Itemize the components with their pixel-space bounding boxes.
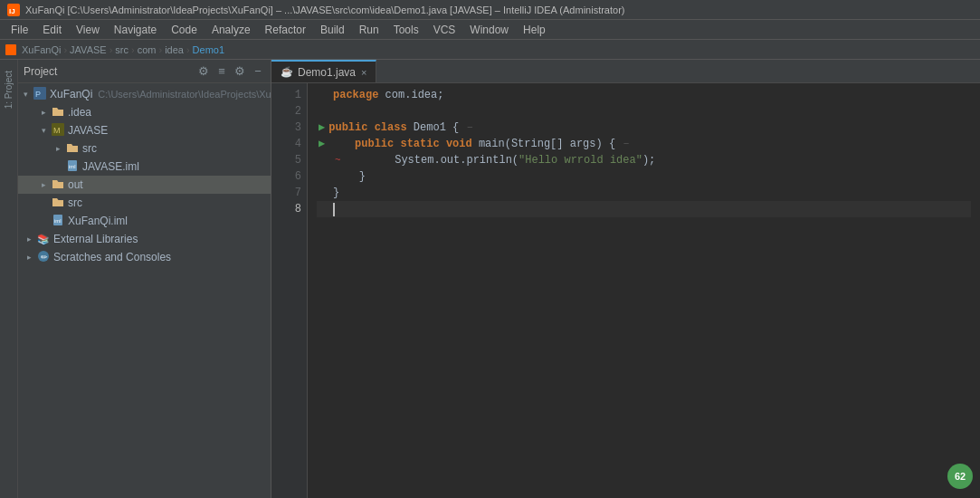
breadcrumb-item-demo1[interactable]: Demo1 [193,44,224,55]
editor-content: 12345678 package com.idea;▶public class … [271,83,980,498]
run-gutter-button-3[interactable]: ▶ [319,120,325,136]
tree-expand-arrow[interactable]: ▾ [36,126,51,135]
menu-navigate[interactable]: Navigate [107,20,164,39]
menu-tools[interactable]: Tools [386,20,426,39]
menu-window[interactable]: Window [462,20,516,39]
tree-expand-arrow[interactable]: ▸ [36,108,51,117]
breadcrumb-item-xufanqi[interactable]: XuFanQi [22,44,61,55]
code-line-4: ▶ public static void main(String[] args)… [317,136,971,152]
breadcrumb-project-icon [5,43,18,56]
tree-node-label: XuFanQi [50,88,92,101]
tree-node-label: JAVASE.iml [82,160,139,173]
code-token: package [333,87,378,103]
project-stripe-label[interactable]: 1: Project [4,71,14,109]
left-stripe: 1: Project [0,60,18,498]
menu-help[interactable]: Help [516,20,553,39]
code-token: } [333,185,339,201]
breadcrumb-item-com[interactable]: com [138,44,157,55]
code-token: } [333,168,366,185]
tree-node-icon [51,196,65,211]
line-number-2: 2 [277,103,301,120]
sidebar-title: Project [24,65,57,78]
code-token: .println( [460,152,519,168]
tree-node-icon: P [33,87,47,102]
svg-text:P: P [35,90,41,99]
menu-view[interactable]: View [69,20,107,39]
fold-icon-4[interactable]: − [617,136,629,152]
tree-item-src-folder2[interactable]: src [18,194,271,212]
menu-refactor[interactable]: Refactor [258,20,313,39]
svg-text:M: M [53,126,61,135]
code-token: public [328,120,367,136]
code-token: com.idea; [378,87,443,103]
line-number-7: 7 [277,185,301,201]
line-number-8: 8 [277,201,301,217]
tree-item-javase-folder[interactable]: ▾MJAVASE [18,121,271,139]
tree-node-label: XuFanQi.iml [68,215,128,227]
fold-icon-3[interactable]: − [461,120,472,136]
line-number-1: 1 [277,87,301,103]
code-token [394,136,400,152]
tab-close-button[interactable]: × [361,67,366,78]
code-token: System. [343,152,441,168]
badge-label: 62 [955,471,966,482]
code-line-1: package com.idea; [317,87,971,103]
title-bar: IJ XuFanQi [C:\Users\Administrator\IdeaP… [0,0,980,20]
menu-code[interactable]: Code [164,20,205,39]
tree-item-out-folder[interactable]: ▸out [18,176,271,194]
tree-expand-arrow[interactable]: ▸ [36,180,51,189]
code-token: Demo1 { [407,120,460,136]
tree-expand-arrow[interactable]: ▾ [18,90,33,99]
breadcrumb-separator: › [63,44,67,55]
sidebar-tree: ▾PXuFanQiC:\Users\Administrator\IdeaProj… [18,83,271,498]
breadcrumb-separator: › [131,44,135,55]
menu-bar: FileEditViewNavigateCodeAnalyzeRefactorB… [0,20,980,40]
tree-item-xuFanQi-iml[interactable]: imlXuFanQi.iml [18,212,271,230]
breadcrumb-separator: › [158,44,162,55]
menu-analyze[interactable]: Analyze [205,20,258,39]
bottom-badge[interactable]: 62 [947,464,973,489]
tree-item-xuFanQi-root[interactable]: ▾PXuFanQiC:\Users\Administrator\IdeaProj… [18,85,271,103]
breadcrumb-separator: › [186,44,190,55]
line-number-3: 3 [277,120,301,136]
collapse-icon[interactable]: ≡ [214,64,229,79]
code-token [367,120,374,136]
menu-build[interactable]: Build [313,20,352,39]
svg-text:IJ: IJ [9,7,15,15]
tree-item-src-folder[interactable]: ▸src [18,139,271,158]
line-numbers: 12345678 [271,83,308,498]
tree-item-javase-iml[interactable]: imlJAVASE.iml [18,158,271,176]
close-sidebar-icon[interactable]: − [251,64,265,79]
menu-vcs[interactable]: VCS [426,20,463,39]
tree-node-icon: iml [51,214,65,229]
tree-node-secondary: C:\Users\Administrator\IdeaProjects\XuF [98,89,271,100]
sync-icon[interactable]: ⚙ [196,64,211,79]
main-layout: 1: Project Project ⚙ ≡ ⚙ − ▾PXuFanQiC:\U… [0,60,980,498]
editor-tab-demo1[interactable]: ☕ Demo1.java × [271,60,376,82]
tree-node-label: src [82,142,97,155]
tree-expand-arrow[interactable]: ▸ [51,144,65,153]
tree-expand-arrow[interactable]: ▸ [22,235,36,244]
breadcrumb-item-idea[interactable]: idea [165,44,184,55]
text-cursor [333,203,335,216]
breadcrumb-bar: XuFanQi › JAVASE › src › com › idea › De… [0,40,980,60]
menu-file[interactable]: File [4,20,35,39]
breadcrumb-item-javase[interactable]: JAVASE [70,44,107,55]
menu-edit[interactable]: Edit [35,20,69,39]
tree-item-external-libs[interactable]: ▸📚External Libraries [18,230,271,248]
tree-node-icon: iml [65,159,80,175]
svg-text:✏: ✏ [41,253,48,262]
code-token: "Hello wrrold idea" [519,152,642,168]
tree-node-icon [65,141,80,157]
code-token [328,136,355,152]
menu-run[interactable]: Run [352,20,386,39]
tree-item-scratches[interactable]: ▸✏Scratches and Consoles [18,248,271,266]
code-area[interactable]: package com.idea;▶public class Demo1 { −… [308,83,980,498]
run-gutter-button-4[interactable]: ▶ [319,136,325,152]
tree-item-idea-folder[interactable]: ▸.idea [18,103,271,121]
breadcrumb-item-src[interactable]: src [115,44,128,55]
settings-icon[interactable]: ⚙ [233,64,247,79]
sidebar-header-icons: ⚙ ≡ ⚙ − [196,64,265,79]
tree-expand-arrow[interactable]: ▸ [22,253,36,262]
tab-label: Demo1.java [298,66,356,79]
